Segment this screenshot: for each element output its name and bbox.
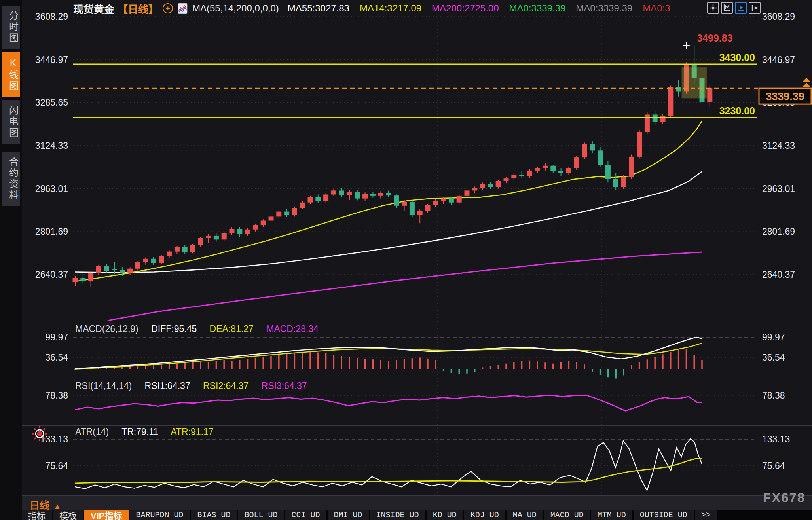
sidebar-item-3[interactable]: 闪电图 — [2, 100, 20, 144]
candle — [276, 212, 281, 217]
y-axis-label-left: 2801.69 — [35, 226, 68, 237]
trading-app: 分时图K线图闪电图合约资料 现货黄金 【日线】 + MA(55,14,200,0… — [0, 0, 812, 520]
rsi-params: RSI(14,14,14) — [75, 381, 132, 391]
candle — [214, 236, 219, 239]
candle — [550, 166, 556, 171]
atr-tr-value: TR:79.11 — [121, 427, 158, 437]
candle — [284, 212, 289, 215]
candle — [637, 132, 642, 157]
footer-tab[interactable]: CCI_UD — [285, 510, 326, 520]
footer-tab[interactable]: INSIDE_UD — [370, 510, 425, 520]
rsi1-value: RSI1:64.37 — [145, 381, 190, 391]
candle — [198, 238, 203, 245]
candle — [175, 247, 180, 251]
footer-tab[interactable]: MA_UD — [507, 510, 543, 520]
candle — [206, 236, 211, 238]
macd-axis-label-right: 36.54 — [762, 352, 785, 362]
high-price-label: 3499.83 — [697, 32, 732, 44]
candle — [300, 203, 305, 208]
macd-axis-label-left: 99.97 — [45, 332, 68, 342]
footer-tab[interactable]: BIAS_UD — [191, 510, 237, 520]
candle — [347, 192, 352, 195]
y-axis-label-right: 2640.37 — [762, 269, 795, 280]
candle — [127, 269, 133, 273]
candle — [120, 270, 125, 273]
period-tag[interactable]: 【日线】 — [118, 1, 159, 16]
candle — [104, 266, 109, 271]
candle — [558, 171, 563, 173]
symbol-title: 现货黄金 — [73, 1, 114, 16]
candle — [331, 190, 336, 194]
candle — [668, 87, 673, 116]
y-axis-label-left: 3285.65 — [35, 97, 68, 108]
candle — [143, 259, 148, 262]
alert-burst-icon — [32, 426, 47, 441]
candle — [159, 256, 164, 263]
y-axis-label-left: 2963.01 — [35, 184, 68, 194]
footer-tab[interactable]: MTM_UD — [591, 510, 632, 520]
auto-scroll-icon[interactable] — [735, 2, 747, 14]
footer-tab[interactable]: DMI_UD — [328, 510, 369, 520]
ma-legend: MA(55,14,200,0,0,0) MA55:3027.83MA14:321… — [192, 3, 680, 14]
footer-tab[interactable]: BOLL_UD — [238, 510, 284, 520]
pan-icon[interactable] — [707, 2, 719, 14]
candle — [292, 208, 297, 215]
candle — [598, 150, 603, 165]
candle — [394, 195, 399, 206]
indicator-line — [75, 395, 702, 411]
footer-tab[interactable]: 指标 — [22, 510, 52, 520]
y-axis-label-left: 3446.97 — [35, 55, 68, 65]
price-level-label: 3230.00 — [719, 105, 755, 116]
candle — [527, 171, 532, 176]
candle — [613, 179, 618, 187]
candle — [629, 157, 634, 177]
candle — [449, 199, 454, 203]
candle — [472, 188, 477, 191]
candle — [519, 175, 524, 176]
atr-params: ATR(14) — [75, 427, 109, 437]
footer-tab[interactable]: BARUPDN_UD — [130, 510, 190, 520]
candle — [605, 165, 611, 179]
footer-tab[interactable]: MACD_UD — [544, 510, 590, 520]
chart-toolbar — [707, 2, 763, 14]
circle-plus-icon[interactable]: + — [163, 3, 173, 13]
candle — [535, 168, 540, 171]
footer-tab[interactable]: OUTSIDE_UD — [634, 510, 694, 520]
brand-watermark: FX678 — [763, 490, 805, 505]
candle — [425, 205, 431, 211]
candle — [417, 211, 423, 215]
y-axis-label-right: 3446.97 — [762, 55, 795, 65]
ma-settings-label: MA(55,14,200,0,0,0) — [192, 3, 279, 14]
footer-tab[interactable]: >> — [695, 510, 717, 520]
footer-tab[interactable]: VIP指标 — [84, 510, 128, 520]
rsi-axis-label-left: 78.38 — [45, 390, 68, 400]
candle — [167, 252, 172, 256]
chart-canvas[interactable]: 3608.293608.293446.973446.973285.653285.… — [0, 0, 812, 520]
candle — [410, 202, 415, 215]
atr-label-row: ATR(14) TR:79.11 ATR:91.17 — [75, 427, 224, 437]
candle — [80, 278, 85, 281]
candle — [182, 247, 188, 252]
sidebar-item-1[interactable]: 分时图 — [2, 6, 20, 49]
candle — [73, 278, 78, 282]
candle — [323, 194, 328, 201]
sidebar-item-4[interactable]: 合约资料 — [2, 152, 20, 206]
rsi-label-row: RSI(14,14,14) RSI1:64.37 RSI2:64.37 RSI3… — [75, 381, 317, 391]
shift-right-icon[interactable] — [749, 2, 761, 14]
axis-zoom-icon[interactable] — [721, 2, 733, 14]
current-price-label: 3339.39 — [766, 91, 804, 102]
candle — [386, 193, 391, 195]
highlight-region — [682, 67, 707, 98]
candle — [621, 177, 626, 187]
candle — [245, 230, 250, 234]
candle — [339, 190, 344, 195]
candle — [511, 175, 516, 178]
footer-tab[interactable]: KD_UD — [427, 510, 463, 520]
candlestick-chart-icon[interactable] — [178, 3, 188, 14]
footer-tab[interactable]: KDJ_UD — [464, 510, 505, 520]
indicator-line — [108, 252, 702, 321]
y-axis-label-left: 2640.37 — [35, 269, 68, 280]
footer-tab[interactable]: 模板 — [53, 510, 83, 520]
indicator-tab-bar: 指标模板VIP指标BARUPDN_UDBIAS_UDBOLL_UDCCI_UDD… — [22, 510, 812, 520]
sidebar-item-2[interactable]: K线图 — [2, 52, 20, 97]
